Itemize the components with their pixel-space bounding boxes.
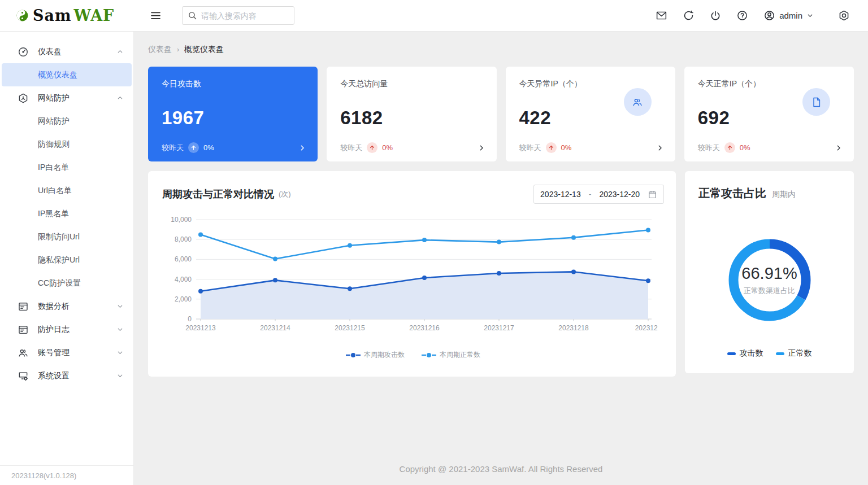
users-icon <box>18 347 29 359</box>
breadcrumb-root[interactable]: 仪表盘 <box>148 45 172 55</box>
sidebar-item-label: 系统设置 <box>38 371 116 381</box>
change-percent: 0% <box>561 143 572 152</box>
legend-label: 本周期攻击数 <box>364 350 405 360</box>
legend-label: 本周期正常数 <box>440 350 480 360</box>
chevron-down-icon <box>116 349 124 356</box>
sidebar-item-数据分析[interactable]: 数据分析 <box>2 295 132 318</box>
stat-card-1[interactable]: 今日攻击数1967较昨天0% <box>148 67 318 161</box>
stat-card-title: 今天总访问量 <box>340 79 483 89</box>
donut-header: 正常攻击占比 周期内 <box>698 186 840 201</box>
sidebar-subitem-label: 概览仪表盘 <box>38 70 124 80</box>
arrow-up-icon <box>724 142 735 153</box>
sidebar-subitem-label: IP黑名单 <box>38 209 124 219</box>
legend-item-本周期攻击数[interactable]: 本周期攻击数 <box>346 350 405 360</box>
user-menu[interactable]: admin <box>763 10 814 21</box>
stat-card-footer: 较昨天0% <box>340 142 485 153</box>
refresh-icon[interactable] <box>683 10 695 21</box>
stat-card-title: 今天异常IP（个） <box>519 79 662 89</box>
power-icon[interactable] <box>710 10 721 21</box>
donut-legend-marker <box>727 352 736 355</box>
chevron-up-icon <box>116 48 124 55</box>
search-icon <box>188 11 197 20</box>
sidebar-item-网站防护[interactable]: 网站防护 <box>2 86 132 110</box>
breadcrumb-separator: › <box>177 46 179 54</box>
svg-text:10,000: 10,000 <box>171 216 192 224</box>
sidebar-subitem-label: 限制访问Url <box>38 232 124 242</box>
sidebar-subitem-IP白名单[interactable]: IP白名单 <box>2 156 132 179</box>
line-chart-unit: (次) <box>279 189 291 199</box>
sidebar-item-账号管理[interactable]: 账号管理 <box>2 341 132 364</box>
mail-icon[interactable] <box>656 10 667 21</box>
donut-subtitle: 周期内 <box>772 190 796 200</box>
help-icon[interactable] <box>736 10 748 21</box>
sidebar-item-系统设置[interactable]: 系统设置 <box>2 364 132 387</box>
compare-label: 较昨天 <box>519 143 541 153</box>
compare-label: 较昨天 <box>162 143 184 153</box>
chevron-right-icon[interactable] <box>835 144 843 152</box>
line-chart-plot: 02,0004,0006,0008,00010,0002023121320231… <box>162 212 664 345</box>
sidebar-subitem-CC防护设置[interactable]: CC防护设置 <box>2 272 132 295</box>
sidebar-subitem-Url白名单[interactable]: Url白名单 <box>2 179 132 202</box>
sidebar-subitem-网站防护[interactable]: 网站防护 <box>2 110 132 133</box>
svg-text:20231217: 20231217 <box>484 324 514 332</box>
stat-card-value: 6182 <box>340 107 483 129</box>
change-percent: 0% <box>382 143 393 152</box>
stat-card-4[interactable]: 今天正常IP（个）692较昨天0% <box>684 67 854 161</box>
donut-title: 正常攻击占比 <box>698 186 766 201</box>
version-label: 20231128(v1.0.128) <box>0 465 133 485</box>
chevron-right-icon[interactable] <box>478 144 485 152</box>
donut-center: 66.91% 正常数渠道占比 <box>720 230 819 330</box>
change-percent: 0% <box>203 143 214 152</box>
sidebar-item-label: 防护日志 <box>38 325 116 335</box>
settings-gear-icon[interactable] <box>838 10 850 21</box>
svg-text:20231213: 20231213 <box>185 324 216 332</box>
donut-center-label: 正常数渠道占比 <box>744 286 795 296</box>
stat-card-2[interactable]: 今天总访问量6182较昨天0% <box>327 67 496 161</box>
footer-copyright: Copyright @ 2021-2023 SamWaf. All Rights… <box>148 457 854 485</box>
sidebar-subitem-概览仪表盘[interactable]: 概览仪表盘 <box>2 63 132 86</box>
svg-text:20231214: 20231214 <box>260 324 290 332</box>
stat-card-3[interactable]: 今天异常IP（个）422较昨天0% <box>506 67 675 161</box>
menu-toggle-icon[interactable] <box>150 10 162 21</box>
chevron-right-icon[interactable] <box>298 144 306 152</box>
file-icon <box>802 88 830 116</box>
legend-item-本周期正常数[interactable]: 本周期正常数 <box>422 350 480 360</box>
users-icon <box>624 88 652 116</box>
donut-legend-label: 攻击数 <box>740 348 763 359</box>
donut-legend-item-攻击数[interactable]: 攻击数 <box>727 348 763 359</box>
date-start: 2023-12-13 <box>540 190 581 199</box>
shield-icon <box>18 93 29 104</box>
sidebar-item-label: 数据分析 <box>38 302 116 312</box>
stat-card-footer: 较昨天0% <box>519 142 664 153</box>
sidebar-subitem-label: 网站防护 <box>38 116 124 126</box>
sidebar-subitem-IP黑名单[interactable]: IP黑名单 <box>2 202 132 225</box>
donut-legend-item-正常数[interactable]: 正常数 <box>776 348 812 359</box>
sidebar-item-防护日志[interactable]: 防护日志 <box>2 318 132 341</box>
legend-marker <box>346 352 361 358</box>
stat-cards: 今日攻击数1967较昨天0%今天总访问量6182较昨天0%今天异常IP（个）42… <box>148 67 854 161</box>
arrow-up-icon <box>546 142 557 153</box>
chevron-down-icon <box>116 326 124 333</box>
donut-chart: 66.91% 正常数渠道占比 <box>720 230 819 330</box>
donut-percent: 66.91% <box>741 264 797 283</box>
app-header: SamWAF admin <box>0 0 868 32</box>
sidebar-item-仪表盘[interactable]: 仪表盘 <box>2 40 132 63</box>
search-box <box>182 6 294 25</box>
gauge-icon <box>18 46 29 58</box>
search-input[interactable] <box>201 11 280 20</box>
sidebar-subitem-隐私保护Url[interactable]: 隐私保护Url <box>2 248 132 272</box>
date-range-picker[interactable]: 2023-12-13 - 2023-12-20 <box>533 185 664 204</box>
sidebar-subitem-label: IP白名单 <box>38 163 124 173</box>
sidebar-subitem-防御规则[interactable]: 防御规则 <box>2 133 132 156</box>
app-logo: SamWAF <box>0 7 134 24</box>
breadcrumb-current: 概览仪表盘 <box>184 45 224 55</box>
chevron-right-icon[interactable] <box>656 144 664 152</box>
date-end: 2023-12-20 <box>599 190 640 199</box>
svg-text:4,000: 4,000 <box>175 276 192 283</box>
legend-marker <box>422 352 436 358</box>
sidebar-subitem-label: 防御规则 <box>38 139 124 150</box>
sidebar-subitem-限制访问Url[interactable]: 限制访问Url <box>2 225 132 248</box>
date-separator: - <box>589 190 592 199</box>
chevron-up-icon <box>116 94 124 102</box>
panel-lines-icon <box>18 324 29 335</box>
